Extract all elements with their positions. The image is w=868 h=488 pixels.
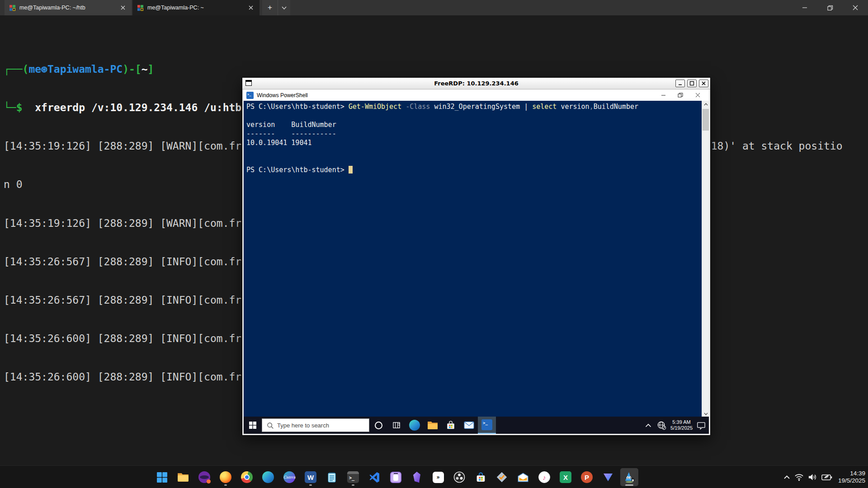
linux-distro-icon bbox=[137, 5, 144, 11]
wifi-icon[interactable] bbox=[794, 473, 804, 481]
action-center-icon[interactable] bbox=[697, 421, 706, 430]
system-tray: 14:3919/5/2025 bbox=[783, 466, 865, 488]
prompt-line-1: ┌──(me⊛Tapiwamla-PC)-[~] bbox=[4, 63, 843, 75]
powershell-icon: >_ bbox=[246, 92, 254, 99]
ps-output-values: 10.0.19041 19041 bbox=[246, 138, 706, 147]
start-button[interactable] bbox=[153, 468, 171, 486]
powershell-taskbar-icon[interactable]: >_ bbox=[478, 417, 496, 434]
canva-icon[interactable]: Canva bbox=[280, 468, 298, 486]
terminal-tab-bar: me@Tapiwamla-PC: ~/htb me@Tapiwamla-PC: … bbox=[0, 0, 868, 15]
file-explorer-icon[interactable] bbox=[424, 417, 442, 434]
rdp-clock[interactable]: 5:39 AM5/19/2025 bbox=[670, 419, 693, 431]
mail-icon[interactable] bbox=[460, 417, 478, 434]
clock[interactable]: 14:3919/5/2025 bbox=[838, 470, 865, 485]
close-tab-icon[interactable] bbox=[247, 4, 255, 12]
maximize-button[interactable] bbox=[687, 80, 697, 87]
firefox-private-icon[interactable] bbox=[195, 468, 213, 486]
tab-dropdown-button[interactable] bbox=[278, 0, 290, 15]
edge-icon[interactable] bbox=[259, 468, 277, 486]
task-view-icon[interactable] bbox=[387, 417, 406, 434]
edge-icon[interactable] bbox=[406, 417, 424, 434]
purple-notes-app-icon[interactable] bbox=[387, 468, 405, 486]
file-explorer-icon[interactable] bbox=[174, 468, 192, 486]
text-cursor bbox=[349, 166, 353, 174]
powerpoint-icon[interactable]: P bbox=[578, 468, 596, 486]
restore-button[interactable] bbox=[817, 0, 843, 15]
powershell-titlebar[interactable]: >_ Windows PowerShell bbox=[244, 89, 709, 101]
ps-command-line: PS C:\Users\htb-student> Get-WmiObject -… bbox=[246, 102, 706, 111]
microsoft-store-icon[interactable] bbox=[442, 417, 460, 434]
window-controls bbox=[792, 0, 868, 15]
itunes-icon[interactable]: ♪ bbox=[535, 468, 553, 486]
windows-terminal-icon[interactable]: >_ bbox=[344, 468, 362, 486]
license-check-app-icon[interactable] bbox=[493, 468, 511, 486]
hidden-icons-chevron[interactable] bbox=[645, 423, 651, 427]
obsidian-icon[interactable] bbox=[408, 468, 426, 486]
canva-label: Canva bbox=[283, 471, 295, 483]
powershell-console[interactable]: PS C:\Users\htb-student> Get-WmiObject -… bbox=[244, 101, 709, 418]
hidden-icons-chevron[interactable] bbox=[783, 475, 790, 479]
network-globe-offline-icon[interactable] bbox=[657, 421, 666, 430]
firefox-icon[interactable] bbox=[217, 468, 235, 486]
rdp-windows10-taskbar: Type here to search >_ 5:39 AM5/19/2025 bbox=[244, 417, 709, 434]
ps-prompt-line: PS C:\Users\htb-student> bbox=[246, 165, 706, 174]
battery-saver-icon[interactable] bbox=[821, 474, 832, 481]
ps-output-separator: ------- ----------- bbox=[246, 129, 706, 138]
new-tab-button[interactable]: + bbox=[262, 0, 278, 15]
close-button[interactable] bbox=[689, 89, 706, 101]
freerdp-window: FreeRDP: 10.129.234.146 >_ Windows Power… bbox=[242, 77, 711, 436]
window-title: FreeRDP: 10.129.234.146 bbox=[242, 80, 710, 87]
powershell-window-title: Windows PowerShell bbox=[257, 92, 308, 99]
notepad-icon[interactable] bbox=[323, 468, 341, 486]
freerdp-titlebar[interactable]: FreeRDP: 10.129.234.146 bbox=[242, 78, 710, 89]
search-box[interactable]: Type here to search bbox=[262, 418, 369, 432]
volume-icon[interactable] bbox=[808, 473, 817, 481]
close-button[interactable] bbox=[699, 80, 708, 87]
close-tab-icon[interactable] bbox=[119, 4, 127, 12]
start-button[interactable] bbox=[244, 417, 262, 434]
minimize-button[interactable] bbox=[675, 80, 685, 87]
rdp-system-tray: 5:39 AM5/19/2025 bbox=[645, 419, 709, 431]
vscode-icon[interactable] bbox=[365, 468, 383, 486]
close-button[interactable] bbox=[843, 0, 868, 15]
terminal-tab-home[interactable]: me@Tapiwamla-PC: ~ bbox=[132, 0, 259, 15]
linux-distro-icon bbox=[9, 5, 16, 11]
minimize-button[interactable] bbox=[655, 89, 672, 101]
microsoft-store-icon[interactable] bbox=[472, 468, 490, 486]
restore-button[interactable] bbox=[672, 89, 689, 101]
taskbar-app-icons: Canva W >_ » ♪ X P bbox=[153, 468, 638, 486]
capcut-icon[interactable]: » bbox=[429, 468, 447, 486]
tab-title: me@Tapiwamla-PC: ~ bbox=[147, 5, 243, 11]
powershell-glyph: >_ bbox=[481, 419, 492, 430]
ps-output-header: version BuildNumber bbox=[246, 120, 706, 129]
scrollbar-thumb[interactable] bbox=[703, 109, 709, 131]
windows11-taskbar: Canva W >_ » ♪ X P bbox=[0, 465, 868, 488]
cortana-icon[interactable] bbox=[369, 417, 387, 434]
terminal-tab-htb[interactable]: me@Tapiwamla-PC: ~/htb bbox=[5, 0, 132, 15]
scrollbar[interactable] bbox=[702, 101, 709, 418]
scroll-up-icon[interactable] bbox=[702, 101, 709, 108]
chrome-icon[interactable] bbox=[238, 468, 256, 486]
triangle-vpn-app-icon[interactable] bbox=[599, 468, 617, 486]
mail-app-icon[interactable] bbox=[514, 468, 532, 486]
word-icon[interactable]: W bbox=[302, 468, 320, 486]
minimize-button[interactable] bbox=[792, 0, 817, 15]
search-placeholder: Type here to search bbox=[277, 422, 329, 429]
search-icon bbox=[266, 422, 274, 429]
window-icon bbox=[245, 80, 252, 88]
excel-icon[interactable]: X bbox=[557, 468, 575, 486]
powershell-window: >_ Windows PowerShell PS C:\Users\htb-st… bbox=[244, 89, 709, 418]
tab-title: me@Tapiwamla-PC: ~/htb bbox=[19, 5, 115, 11]
obs-studio-icon[interactable] bbox=[450, 468, 468, 486]
wslg-xserver-active-icon[interactable] bbox=[620, 468, 638, 486]
